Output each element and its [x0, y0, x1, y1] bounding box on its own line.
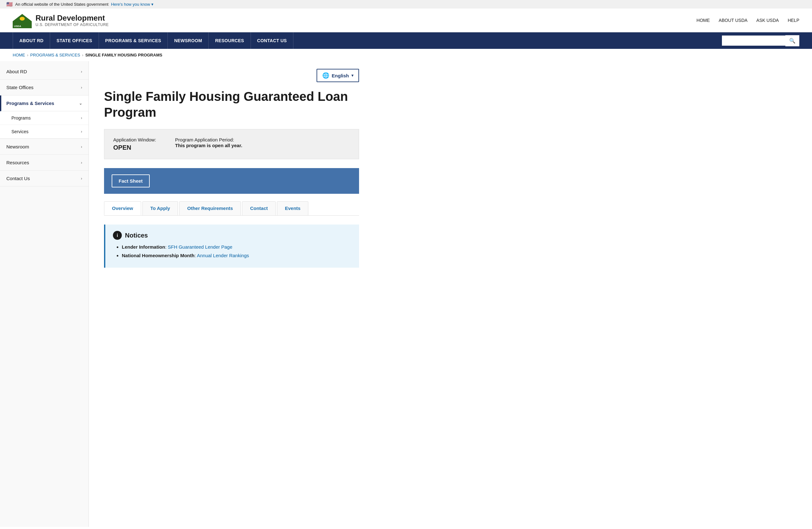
chevron-right-icon: › [81, 129, 82, 134]
main-nav-programs-services[interactable]: PROGRAMS & SERVICES [99, 32, 168, 49]
breadcrumb-programs-services[interactable]: PROGRAMS & SERVICES [30, 53, 80, 57]
svg-point-4 [20, 17, 25, 20]
sidebar-item-contact-us[interactable]: Contact Us › [0, 171, 88, 187]
app-window-box: Application Window: OPEN Program Applica… [104, 129, 359, 159]
main-nav: ABOUT RD STATE OFFICES PROGRAMS & SERVIC… [0, 32, 812, 49]
app-period-desc-text: This program is open all year. [175, 143, 242, 148]
chevron-right-icon: › [81, 161, 82, 165]
sidebar: About RD › State Offices › Programs & Se… [0, 61, 89, 527]
breadcrumb-current: SINGLE FAMILY HOUSING PROGRAMS [85, 53, 162, 57]
sidebar-item-programs-services[interactable]: Programs & Services ⌄ [0, 95, 88, 111]
app-window-label: Application Window: [113, 137, 156, 143]
page-layout: About RD › State Offices › Programs & Se… [0, 61, 812, 527]
breadcrumb-home[interactable]: HOME [13, 53, 25, 57]
top-nav-help[interactable]: HELP [787, 18, 799, 23]
search-input[interactable] [722, 35, 785, 46]
sidebar-item-about-rd-label: About RD [6, 69, 27, 74]
breadcrumb-sep-2: › [82, 53, 84, 57]
language-button[interactable]: 🌐 English ▾ [317, 69, 359, 82]
app-period-desc: This program is open all year. [175, 143, 242, 148]
chevron-right-icon: › [81, 70, 82, 74]
how-you-know-caret: ▾ [151, 2, 154, 7]
sidebar-item-programs-services-label: Programs & Services [6, 101, 54, 106]
search-icon: 🔍 [789, 38, 796, 43]
sidebar-sub-programs-services: Programs › Services › [0, 111, 88, 139]
sidebar-item-newsroom[interactable]: Newsroom › [0, 139, 88, 155]
sidebar-item-state-offices[interactable]: State Offices › [0, 79, 88, 95]
tab-nav: Overview To Apply Other Requirements Con… [104, 201, 359, 216]
tab-overview[interactable]: Overview [104, 201, 141, 215]
site-header: USDA Rural Development U.S. DEPARTMENT O… [0, 9, 812, 32]
breadcrumb-sep-1: › [27, 53, 28, 57]
main-nav-resources[interactable]: RESOURCES [209, 32, 250, 49]
sidebar-item-newsroom-label: Newsroom [6, 144, 29, 149]
sidebar-item-state-offices-label: State Offices [6, 85, 34, 90]
logo-text: Rural Development U.S. DEPARTMENT OF AGR… [35, 14, 109, 27]
language-selector: 🌐 English ▾ [104, 69, 359, 82]
breadcrumb: HOME › PROGRAMS & SERVICES › SINGLE FAMI… [0, 49, 812, 61]
usda-logo: USDA [13, 12, 32, 28]
svg-text:USDA: USDA [14, 25, 21, 28]
main-nav-state-offices[interactable]: STATE OFFICES [50, 32, 99, 49]
notice-homeownership-label: National Homeownership Month [122, 253, 194, 258]
page-title: Single Family Housing Guaranteed Loan Pr… [104, 88, 359, 120]
gov-banner-text: An official website of the United States… [15, 2, 108, 7]
tab-contact[interactable]: Contact [242, 201, 276, 215]
top-nav-home[interactable]: HOME [697, 18, 710, 23]
sidebar-item-about-rd[interactable]: About RD › [0, 64, 88, 79]
chevron-down-icon: ⌄ [79, 101, 82, 106]
info-icon: i [113, 231, 122, 240]
search-button[interactable]: 🔍 [785, 35, 799, 46]
notice-item-homeownership: National Homeownership Month: Annual Len… [122, 253, 351, 258]
fact-sheet-button[interactable]: Fact Sheet [112, 174, 150, 188]
logo-area: USDA Rural Development U.S. DEPARTMENT O… [13, 12, 109, 28]
tab-to-apply[interactable]: To Apply [142, 201, 178, 215]
sidebar-sub-programs-label: Programs [11, 115, 31, 120]
main-nav-newsroom[interactable]: NEWSROOM [168, 32, 209, 49]
notices-box: i Notices Lender Information: SFH Guaran… [104, 224, 359, 268]
chevron-right-icon: › [81, 145, 82, 149]
main-content: 🌐 English ▾ Single Family Housing Guaran… [89, 61, 374, 527]
sidebar-item-resources-label: Resources [6, 160, 29, 165]
sidebar-item-contact-us-label: Contact Us [6, 176, 30, 181]
us-flag-icon: 🇺🇸 [6, 1, 13, 7]
app-window-period-section: Program Application Period: This program… [175, 137, 242, 148]
tab-other-requirements[interactable]: Other Requirements [179, 201, 241, 215]
language-label: English [332, 73, 349, 78]
notices-list: Lender Information: SFH Guaranteed Lende… [113, 244, 351, 258]
search-area: 🔍 [722, 35, 799, 46]
fact-sheet-bar: Fact Sheet [104, 168, 359, 194]
notices-header: i Notices [113, 231, 351, 240]
top-nav-ask-usda[interactable]: ASK USDA [756, 18, 779, 23]
sidebar-sub-item-programs[interactable]: Programs › [0, 111, 88, 125]
org-subtitle: U.S. DEPARTMENT OF AGRICULTURE [35, 23, 109, 27]
how-you-know-link[interactable]: Here's how you know ▾ [111, 2, 154, 7]
chevron-right-icon: › [81, 176, 82, 181]
globe-icon: 🌐 [322, 72, 329, 79]
chevron-right-icon: › [81, 116, 82, 120]
language-caret-icon: ▾ [351, 73, 353, 78]
app-period-label: Program Application Period: [175, 137, 234, 143]
notice-lender-label: Lender Information [122, 244, 165, 250]
gov-banner: 🇺🇸 An official website of the United Sta… [0, 0, 812, 9]
how-you-know-text: Here's how you know [111, 2, 150, 7]
org-title: Rural Development [35, 14, 109, 23]
main-nav-contact-us[interactable]: CONTACT US [251, 32, 294, 49]
chevron-right-icon: › [81, 85, 82, 90]
main-nav-about-rd[interactable]: ABOUT RD [13, 32, 50, 49]
sidebar-sub-services-label: Services [11, 129, 29, 134]
app-window-status: OPEN [113, 144, 156, 151]
tab-events[interactable]: Events [277, 201, 308, 215]
notices-heading: Notices [125, 232, 148, 239]
notice-lender-link[interactable]: SFH Guaranteed Lender Page [168, 244, 232, 250]
sidebar-item-resources[interactable]: Resources › [0, 155, 88, 171]
notice-homeownership-link[interactable]: Annual Lender Rankings [197, 253, 249, 258]
notice-item-lender: Lender Information: SFH Guaranteed Lende… [122, 244, 351, 250]
sidebar-sub-item-services[interactable]: Services › [0, 125, 88, 138]
top-nav: HOME ABOUT USDA ASK USDA HELP [697, 18, 799, 23]
app-window-status-section: Application Window: OPEN [113, 137, 156, 151]
top-nav-about-usda[interactable]: ABOUT USDA [719, 18, 748, 23]
